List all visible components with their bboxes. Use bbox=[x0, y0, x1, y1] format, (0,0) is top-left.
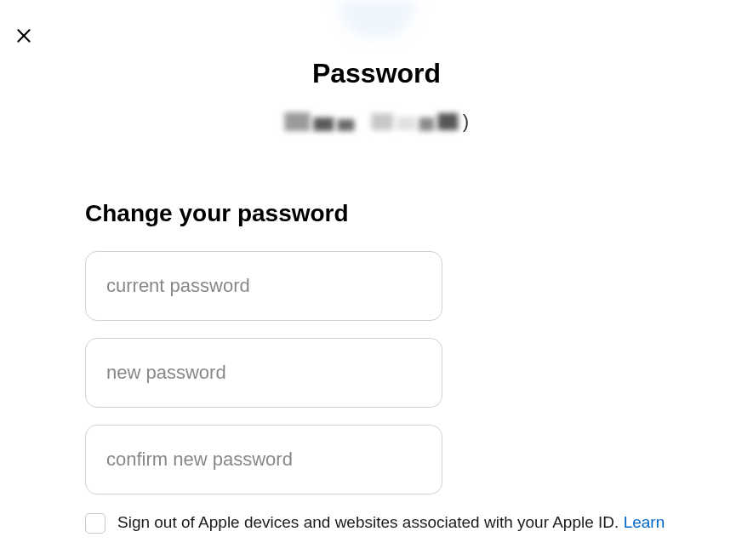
section-heading: Change your password bbox=[85, 200, 736, 227]
confirm-password-input[interactable] bbox=[85, 425, 442, 494]
signout-checkbox[interactable] bbox=[85, 513, 106, 534]
learn-more-link[interactable]: Learn bbox=[624, 513, 665, 531]
new-password-input[interactable] bbox=[85, 338, 442, 408]
current-password-input[interactable] bbox=[85, 251, 442, 321]
close-button[interactable] bbox=[12, 24, 36, 48]
signout-checkbox-row: Sign out of Apple devices and websites a… bbox=[85, 511, 736, 534]
change-password-section: Change your password Sign out of Apple d… bbox=[85, 200, 736, 534]
close-icon bbox=[15, 27, 32, 44]
signout-label: Sign out of Apple devices and websites a… bbox=[117, 511, 665, 534]
account-identifier-redacted: ) bbox=[284, 111, 469, 133]
page-title: Password bbox=[312, 58, 441, 89]
signout-label-text: Sign out of Apple devices and websites a… bbox=[117, 513, 624, 531]
header-glow bbox=[339, 0, 415, 38]
